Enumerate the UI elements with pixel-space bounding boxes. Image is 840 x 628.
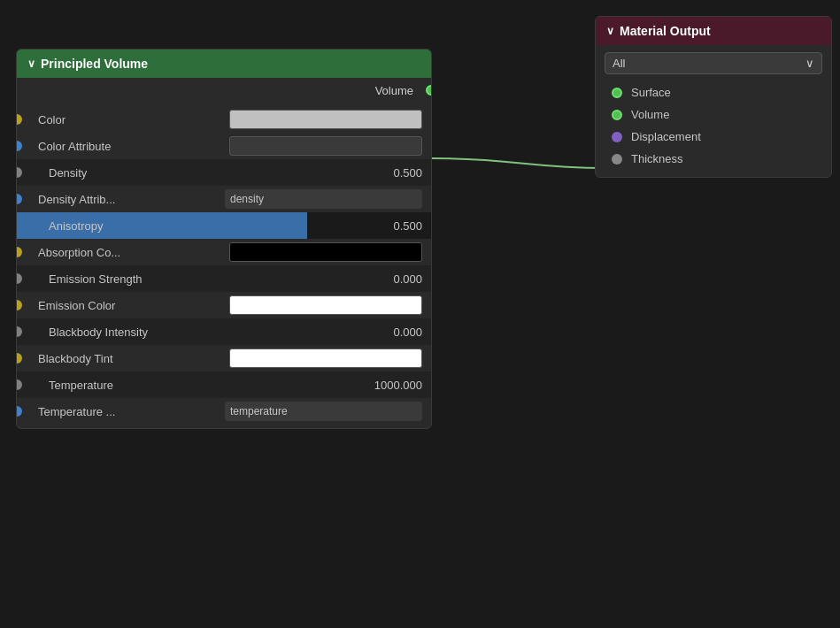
pv-node-body: Color Color Attribute Density 0.500 Dens… — [17, 103, 431, 428]
temperature-row: Temperature 1000.000 — [17, 371, 431, 398]
blackbody-tint-label: Blackbody Tint — [38, 352, 229, 365]
mo-node-body: All ∨ Surface Volume Displacement Thickn… — [596, 45, 831, 177]
density-attrib-field[interactable]: density — [225, 189, 422, 209]
anisotropy-row[interactable]: Anisotropy 0.500 — [17, 212, 431, 239]
material-output-node: ∨ Material Output All ∨ Surface Volume D… — [595, 16, 832, 178]
pv-volume-output-label: Volume — [375, 84, 413, 97]
thickness-socket-row: Thickness — [605, 148, 822, 170]
blackbody-tint-swatch[interactable] — [229, 348, 422, 368]
color-attribute-row: Color Attribute — [17, 133, 431, 159]
color-attribute-field[interactable] — [229, 136, 422, 156]
surface-label: Surface — [631, 86, 671, 99]
pv-node-title: Principled Volume — [41, 57, 148, 71]
surface-socket-row: Surface — [605, 81, 822, 103]
principled-volume-node: ∨ Principled Volume Volume Color Color A… — [16, 49, 432, 429]
pv-volume-output-row: Volume — [17, 78, 431, 103]
absorption-color-label: Absorption Co... — [38, 246, 229, 259]
anisotropy-label: Anisotropy — [49, 219, 362, 233]
pv-volume-socket[interactable] — [426, 85, 432, 96]
density-attrib-label: Density Attrib... — [38, 193, 225, 206]
temperature-attrib-label: Temperature ... — [38, 405, 225, 418]
displacement-socket-row: Displacement — [605, 126, 822, 148]
density-socket[interactable] — [16, 167, 22, 178]
pv-node-header: ∨ Principled Volume — [17, 50, 431, 78]
blackbody-intensity-label: Blackbody Intensity — [49, 325, 362, 339]
blackbody-intensity-socket[interactable] — [16, 326, 22, 337]
density-label: Density — [49, 166, 362, 180]
blackbody-tint-socket[interactable] — [16, 353, 22, 364]
temperature-attrib-socket[interactable] — [16, 406, 22, 417]
volume-label: Volume — [631, 108, 669, 121]
temperature-attrib-row: Temperature ... temperature — [17, 398, 431, 425]
absorption-color-swatch[interactable] — [229, 242, 422, 262]
emission-strength-label: Emission Strength — [49, 272, 362, 286]
emission-color-row: Emission Color — [17, 292, 431, 318]
absorption-color-socket[interactable] — [16, 247, 22, 257]
color-attribute-label: Color Attribute — [38, 140, 229, 153]
mo-collapse-chevron[interactable]: ∨ — [606, 25, 614, 37]
temperature-socket[interactable] — [16, 379, 22, 390]
color-swatch[interactable] — [229, 110, 422, 129]
emission-color-socket[interactable] — [16, 300, 22, 310]
density-attrib-row: Density Attrib... density — [17, 186, 431, 212]
volume-socket[interactable] — [612, 110, 622, 120]
emission-color-label: Emission Color — [38, 299, 229, 312]
temperature-label: Temperature — [49, 379, 362, 392]
mo-dropdown[interactable]: All ∨ — [605, 52, 822, 74]
density-row: Density 0.500 — [17, 159, 431, 186]
temperature-value: 1000.000 — [369, 379, 422, 392]
thickness-socket[interactable] — [612, 154, 622, 165]
density-attrib-socket[interactable] — [16, 194, 22, 204]
pv-collapse-chevron[interactable]: ∨ — [27, 57, 35, 70]
mo-dropdown-value: All — [613, 57, 625, 70]
mo-node-title: Material Output — [620, 24, 711, 38]
volume-socket-row: Volume — [605, 103, 822, 126]
color-attribute-socket[interactable] — [16, 141, 22, 151]
emission-strength-row: Emission Strength 0.000 — [17, 265, 431, 292]
thickness-label: Thickness — [631, 152, 683, 165]
dropdown-arrow-icon: ∨ — [805, 57, 814, 70]
displacement-label: Displacement — [631, 130, 701, 143]
mo-node-header: ∨ Material Output — [596, 17, 831, 45]
blackbody-tint-row: Blackbody Tint — [17, 345, 431, 371]
blackbody-intensity-value: 0.000 — [369, 325, 422, 339]
displacement-socket[interactable] — [612, 132, 622, 142]
color-socket[interactable] — [16, 114, 22, 125]
blackbody-intensity-row: Blackbody Intensity 0.000 — [17, 318, 431, 345]
emission-strength-value: 0.000 — [369, 272, 422, 286]
surface-socket[interactable] — [612, 88, 622, 98]
absorption-color-row: Absorption Co... — [17, 239, 431, 265]
emission-color-swatch[interactable] — [229, 295, 422, 315]
anisotropy-value: 0.500 — [369, 219, 422, 233]
color-label: Color — [38, 113, 229, 126]
density-value: 0.500 — [369, 166, 422, 180]
temperature-attrib-field[interactable]: temperature — [225, 402, 422, 421]
color-row: Color — [17, 106, 431, 133]
emission-strength-socket[interactable] — [16, 273, 22, 284]
